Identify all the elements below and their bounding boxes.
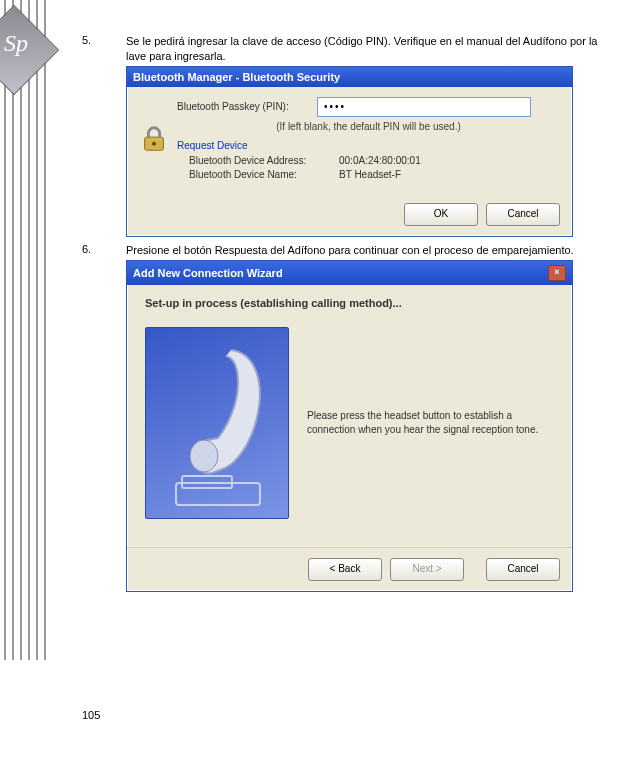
ok-button[interactable]: OK [404, 203, 478, 226]
passkey-hint: (If left blank, the default PIN will be … [177, 121, 560, 132]
side-decoration: Sp [0, 0, 60, 640]
close-icon[interactable]: × [548, 265, 566, 281]
wizard-message: Please press the headset button to estab… [307, 409, 554, 436]
device-address-value: 00:0A:24:80:00:01 [339, 155, 421, 166]
svg-point-2 [190, 440, 218, 472]
titlebar: Add New Connection Wizard × [127, 261, 572, 285]
headset-illustration [145, 327, 289, 519]
step-text: Presione el botón Respuesta del Adífono … [126, 243, 612, 258]
request-device-heading: Request Device [177, 140, 560, 151]
titlebar: Bluetooth Manager - Bluetooth Security [127, 67, 572, 87]
bluetooth-security-dialog: Bluetooth Manager - Bluetooth Security B… [126, 66, 573, 237]
step-number: 6. [82, 243, 126, 258]
sp-badge: Sp [4, 30, 28, 57]
step-text: Se le pedirá ingresar la clave de acceso… [126, 34, 612, 64]
lock-icon [139, 124, 177, 156]
device-name-value: BT Headset-F [339, 169, 401, 180]
back-button[interactable]: < Back [308, 558, 382, 581]
step-number: 5. [82, 34, 126, 64]
add-connection-wizard-dialog: Add New Connection Wizard × Set-up in pr… [126, 260, 573, 592]
step-6: 6. Presione el botón Respuesta del Adífo… [82, 243, 612, 258]
step-5: 5. Se le pedirá ingresar la clave de acc… [82, 34, 612, 64]
passkey-label: Bluetooth Passkey (PIN): [177, 101, 317, 112]
window-title: Add New Connection Wizard [133, 267, 283, 279]
svg-point-1 [152, 142, 156, 146]
svg-rect-3 [176, 483, 260, 505]
passkey-input[interactable] [317, 97, 531, 117]
cancel-button[interactable]: Cancel [486, 558, 560, 581]
device-address-label: Bluetooth Device Address: [189, 155, 339, 166]
device-name-label: Bluetooth Device Name: [189, 169, 339, 180]
page-number: 105 [82, 709, 100, 721]
window-title: Bluetooth Manager - Bluetooth Security [133, 71, 340, 83]
next-button: Next > [390, 558, 464, 581]
cancel-button[interactable]: Cancel [486, 203, 560, 226]
wizard-heading: Set-up in process (establishing calling … [145, 297, 554, 309]
